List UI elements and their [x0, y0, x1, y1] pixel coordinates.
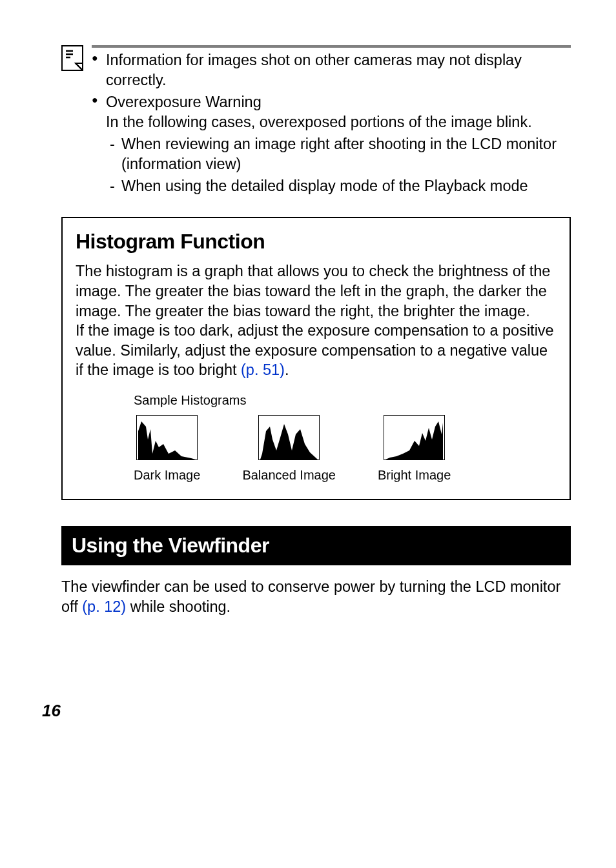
histogram-title: Histogram Function	[76, 228, 557, 256]
divider	[92, 45, 571, 48]
histogram-dark-icon	[134, 415, 200, 460]
histogram-balanced-caption: Balanced Image	[242, 467, 336, 483]
histogram-dark-caption: Dark Image	[134, 467, 200, 483]
note-list: Information for images shot on other cam…	[92, 50, 571, 196]
note-dash-1: When reviewing an image right after shoo…	[106, 134, 571, 174]
page-link-51[interactable]: (p. 51)	[241, 361, 285, 378]
note-bullet-1: Information for images shot on other cam…	[106, 52, 522, 88]
page-link-12[interactable]: (p. 12)	[82, 598, 126, 615]
viewfinder-body: The viewfinder can be used to conserve p…	[61, 577, 571, 616]
viewfinder-body-b: while shooting.	[126, 598, 231, 615]
histogram-bright-icon	[378, 415, 451, 460]
histogram-body-2: If the image is too dark, adjust the exp…	[76, 321, 557, 380]
histogram-bright-caption: Bright Image	[378, 467, 451, 483]
document-note-icon	[61, 45, 84, 199]
histogram-balanced-icon	[242, 415, 336, 460]
section-title-viewfinder: Using the Viewfinder	[61, 526, 571, 566]
histogram-body-1: The histogram is a graph that allows you…	[76, 261, 557, 321]
note-bullet-2-title: Overexposure Warning	[106, 94, 262, 110]
page-number: 16	[42, 700, 571, 722]
note-dash-2: When using the detailed display mode of …	[106, 176, 571, 196]
sample-histograms-label: Sample Histograms	[134, 392, 557, 409]
histogram-body-2a: If the image is too dark, adjust the exp…	[76, 322, 554, 378]
histogram-body-2b: .	[285, 361, 289, 378]
histogram-box: Histogram Function The histogram is a gr…	[61, 217, 571, 500]
note-bullet-2-body: In the following cases, overexposed port…	[106, 114, 532, 130]
